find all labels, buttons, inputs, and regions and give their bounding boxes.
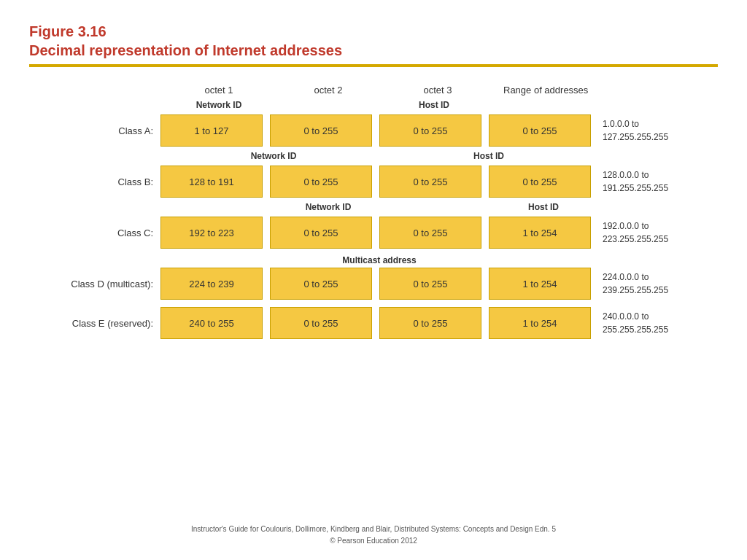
class-b-net-label: Network ID (168, 151, 379, 166)
class-c-host-label: Host ID (496, 202, 591, 217)
class-a-octet4: 0 to 255 (489, 114, 591, 147)
class-b-octet2: 0 to 255 (270, 166, 372, 198)
page: Figure 3.16 Decimal representation of In… (0, 0, 747, 560)
multicast-label: Multicast address (168, 255, 591, 265)
class-c-octet3: 0 to 255 (379, 217, 481, 249)
class-b-label: Class B: (44, 176, 160, 187)
footer: Instructor's Guide for Coulouris, Dollim… (0, 524, 747, 547)
range-label: Range of addresses (489, 85, 718, 96)
class-a-range: 1.0.0.0 to 127.255.255.255 (591, 117, 718, 144)
class-b-span-row: Network ID Host ID (168, 151, 718, 166)
class-a-host-label: Host ID (277, 100, 591, 114)
class-a-label: Class A: (44, 125, 160, 136)
class-d-octet1: 224 to 239 (160, 268, 263, 300)
class-e-octet4: 1 to 254 (489, 307, 591, 339)
class-a-octet3: 0 to 255 (379, 114, 481, 147)
class-d-octet2: 0 to 255 (270, 268, 372, 300)
class-d-octet4: 1 to 254 (489, 268, 591, 300)
class-c-span-row: Network ID Host ID (168, 202, 718, 217)
class-c-octet1: 192 to 223 (160, 217, 263, 249)
class-c-label: Class C: (44, 228, 160, 238)
class-b-octet1: 128 to 191 (160, 166, 263, 198)
class-e-section: Class E (reserved): 240 to 255 0 to 255 … (44, 304, 718, 342)
octet1-label: octet 1 (168, 85, 270, 96)
class-a-span-row: Network ID Host ID (168, 100, 718, 114)
class-c-net-label: Network ID (168, 202, 489, 217)
class-d-label: Class D (multicast): (44, 279, 160, 289)
diagram: octet 1 octet 2 octet 3 Range of address… (29, 85, 718, 343)
class-c-row: Class C: 192 to 223 0 to 255 0 to 255 1 … (44, 217, 718, 249)
figure-number: Figure 3.16 (29, 22, 718, 41)
gold-divider (29, 64, 718, 67)
class-b-range: 128.0.0.0 to 191.255.255.255 (591, 168, 718, 195)
class-a-net-label: Network ID (168, 100, 270, 114)
footer-line1: Instructor's Guide for Coulouris, Dollim… (0, 524, 747, 535)
class-e-octet2: 0 to 255 (270, 307, 372, 339)
class-a-row: Class A: 1 to 127 0 to 255 0 to 255 0 to… (44, 114, 718, 147)
class-e-label: Class E (reserved): (44, 318, 160, 329)
footer-line2: © Pearson Education 2012 (0, 535, 747, 547)
class-a-octet2: 0 to 255 (270, 114, 372, 147)
class-e-octet1: 240 to 255 (160, 307, 263, 339)
class-b-octet3: 0 to 255 (379, 166, 481, 198)
class-e-octet3: 0 to 255 (379, 307, 481, 339)
class-b-section: Network ID Host ID Class B: 128 to 191 0… (44, 151, 718, 201)
class-b-host-label: Host ID (387, 151, 591, 166)
class-a-section: Network ID Host ID Class A: 1 to 127 0 t… (44, 100, 718, 149)
class-c-section: Network ID Host ID Class C: 192 to 223 0… (44, 202, 718, 252)
multicast-row: Multicast address (168, 253, 591, 268)
class-b-octet4: 0 to 255 (489, 166, 591, 198)
class-d-section: Multicast address Class D (multicast): 2… (44, 253, 718, 303)
class-c-range: 192.0.0.0 to 223.255.255.255 (591, 219, 718, 246)
class-d-octet3: 0 to 255 (379, 268, 481, 300)
class-d-range: 224.0.0.0 to 239.255.255.255 (591, 271, 718, 297)
class-e-range: 240.0.0.0 to 255.255.255.255 (591, 310, 718, 336)
octet-header-row: octet 1 octet 2 octet 3 Range of address… (168, 85, 718, 96)
figure-title: Decimal representation of Internet addre… (29, 41, 718, 60)
class-d-row: Class D (multicast): 224 to 239 0 to 255… (44, 268, 718, 300)
octet3-label: octet 3 (387, 85, 489, 96)
title-block: Figure 3.16 Decimal representation of In… (29, 22, 718, 60)
class-b-row: Class B: 128 to 191 0 to 255 0 to 255 0 … (44, 166, 718, 198)
class-c-octet4: 1 to 254 (489, 217, 591, 249)
class-e-row: Class E (reserved): 240 to 255 0 to 255 … (44, 307, 718, 339)
class-c-octet2: 0 to 255 (270, 217, 372, 249)
octet2-label: octet 2 (277, 85, 379, 96)
class-a-octet1: 1 to 127 (160, 114, 263, 147)
